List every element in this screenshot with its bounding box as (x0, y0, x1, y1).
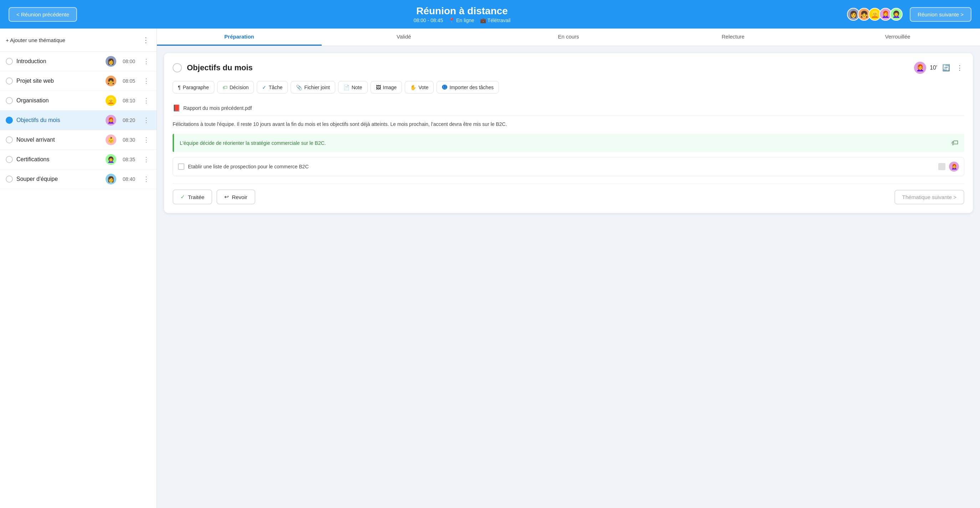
task-text: Etablir une liste de prospection pour le… (188, 164, 935, 169)
sidebar-avatar-objectifs: 👩‍🦰 (105, 115, 116, 126)
sidebar-dots-organisation[interactable]: ⋮ (142, 96, 151, 105)
action-note-button[interactable]: 📄 Note (338, 81, 368, 94)
add-theme-button[interactable]: + Ajouter une thématique (6, 37, 65, 43)
topic-menu-button[interactable]: ⋮ (955, 62, 964, 73)
action-vote-button[interactable]: ✋ Vote (405, 81, 434, 94)
decision-text: L'équipe décide de réorienter la stratég… (180, 140, 326, 146)
sidebar-dots-nouvel[interactable]: ⋮ (142, 135, 151, 145)
decision-item: L'équipe décide de réorienter la stratég… (173, 134, 964, 152)
content-area: Préparation Validé En cours Relecture Ve… (157, 29, 980, 508)
sidebar-item-label-introduction: Introduction (16, 58, 102, 65)
action-decision-button[interactable]: 🏷 Décision (217, 81, 254, 94)
sidebar-time-objectifs: 08:20 (123, 117, 135, 123)
footer-left-actions: ✓ Traitée ↩ Revoir (173, 190, 255, 204)
tab-valide[interactable]: Validé (322, 29, 487, 46)
prev-meeting-button[interactable]: < Réunion précédente (8, 7, 77, 22)
decision-icon: 🏷 (223, 84, 228, 90)
workmode-text: Télétravail (487, 18, 511, 23)
sidebar-item-label-nouvel: Nouvel arrivant (16, 137, 102, 143)
sidebar-item-certifications[interactable]: Certifications 👩‍🦱 08:35 ⋮ (0, 150, 157, 169)
sidebar-item-label-certifications: Certifications (16, 156, 102, 163)
sidebar-avatar-organisation: 👱 (105, 95, 116, 106)
sidebar-item-radio-nouvel (6, 136, 13, 143)
sidebar-dots-introduction[interactable]: ⋮ (142, 57, 151, 66)
sidebar-dots-projet[interactable]: ⋮ (142, 76, 151, 86)
tab-preparation[interactable]: Préparation (157, 29, 322, 46)
decision-arrow-icon: 🏷 (951, 139, 959, 147)
sidebar-menu-button[interactable]: ⋮ (141, 34, 151, 46)
action-image-button[interactable]: 🖼 Image (371, 81, 402, 94)
vote-icon: ✋ (410, 84, 416, 90)
sidebar-time-organisation: 08:10 (123, 98, 135, 104)
sidebar-item-radio-certifications (6, 156, 13, 163)
sidebar-avatar-nouvel: 👶 (105, 134, 116, 145)
traitee-button[interactable]: ✓ Traitée (173, 190, 212, 204)
sidebar-item-radio-organisation (6, 97, 13, 104)
header: < Réunion précédente Réunion à distance … (0, 0, 980, 29)
topic-footer: ✓ Traitée ↩ Revoir Thématique suivante > (173, 183, 964, 204)
tab-verrouillee[interactable]: Verrouillée (815, 29, 980, 46)
task-color-swatch (938, 163, 945, 170)
tache-icon: ✓ (262, 84, 266, 90)
sidebar-avatar-introduction: 👩 (105, 56, 116, 67)
sidebar-time-introduction: 08:00 (123, 59, 135, 64)
next-meeting-button[interactable]: Réunion suivante > (910, 7, 972, 22)
sidebar-item-label-projet: Projet site web (16, 78, 102, 84)
paragraph-content: Félicitations à toute l'équipe. Il reste… (173, 120, 964, 128)
sidebar-time-nouvel: 08:30 (123, 137, 135, 143)
sidebar-header: + Ajouter une thématique ⋮ (0, 29, 157, 52)
topic-owner-avatar: 👩‍🦰 (914, 62, 926, 74)
sidebar-item-label-souper: Souper d'équipe (16, 176, 102, 182)
revoir-button[interactable]: ↩ Revoir (216, 190, 255, 204)
action-buttons-bar: ¶ Paragraphe 🏷 Décision ✓ Tâche 📎 Fichie… (173, 81, 964, 94)
image-label: Image (383, 84, 397, 90)
sidebar-avatar-certifications: 👩‍🦱 (105, 154, 116, 165)
sidebar-item-souper[interactable]: Souper d'équipe 👩 08:40 ⋮ (0, 169, 157, 189)
sidebar-time-certifications: 08:35 (123, 157, 135, 162)
action-paragraphe-button[interactable]: ¶ Paragraphe (173, 81, 214, 94)
header-right: 👩 👧 👱 👩‍🦰 👩‍🦱 Réunion suivante > (847, 7, 972, 22)
pdf-attachment[interactable]: 📕 Rapport du mois précédent.pdf (173, 100, 964, 116)
traitee-icon: ✓ (180, 194, 185, 200)
tab-en-cours[interactable]: En cours (486, 29, 651, 46)
vote-label: Vote (418, 84, 428, 90)
tab-relecture[interactable]: Relecture (651, 29, 816, 46)
sidebar-item-radio-introduction (6, 58, 13, 65)
importer-label: Importer des tâches (449, 84, 493, 90)
main-layout: + Ajouter une thématique ⋮ Introduction … (0, 29, 980, 508)
sidebar-item-radio-projet (6, 77, 13, 84)
image-icon: 🖼 (376, 84, 381, 90)
action-fichier-button[interactable]: 📎 Fichier joint (291, 81, 335, 94)
meeting-workmode: 💼 Télétravail (480, 18, 511, 23)
fichier-label: Fichier joint (304, 84, 330, 90)
topic-checkbox[interactable] (173, 63, 182, 72)
task-checkbox[interactable] (178, 163, 185, 170)
sidebar-item-introduction[interactable]: Introduction 👩 08:00 ⋮ (0, 52, 157, 72)
meeting-location: 📍 En ligne (449, 18, 474, 23)
sidebar-item-radio-souper (6, 175, 13, 183)
topic-title: Objectifs du mois (187, 63, 253, 72)
tabs-bar: Préparation Validé En cours Relecture Ve… (157, 29, 980, 46)
action-importer-button[interactable]: ⓭ Importer des tâches (436, 81, 499, 94)
next-theme-button[interactable]: Thématique suivante > (894, 190, 964, 204)
time-text: 08:00 - 08:45 (414, 18, 443, 23)
sidebar-dots-certifications[interactable]: ⋮ (142, 155, 151, 164)
sidebar-item-organisation[interactable]: Organisation 👱 08:10 ⋮ (0, 91, 157, 111)
sidebar-item-nouvel-arrivant[interactable]: Nouvel arrivant 👶 08:30 ⋮ (0, 130, 157, 150)
work-icon: 💼 (480, 18, 486, 23)
pdf-icon: 📕 (173, 104, 180, 112)
task-item: Etablir une liste de prospection pour le… (173, 157, 964, 176)
traitee-label: Traitée (188, 194, 204, 200)
location-icon: 📍 (449, 18, 455, 23)
decision-label: Décision (230, 84, 249, 90)
action-tache-button[interactable]: ✓ Tâche (257, 81, 288, 94)
sidebar-item-label-objectifs: Objectifs du mois (16, 117, 102, 123)
meeting-time: 08:00 - 08:45 (414, 18, 443, 23)
sidebar-item-projet-site-web[interactable]: Projet site web 👧 08:05 ⋮ (0, 72, 157, 91)
sidebar-item-objectifs[interactable]: Objectifs du mois 👩‍🦰 08:20 ⋮ (0, 111, 157, 130)
note-label: Note (352, 84, 362, 90)
topic-refresh-button[interactable]: 🔄 (941, 62, 951, 73)
sidebar-dots-objectifs[interactable]: ⋮ (142, 116, 151, 125)
sidebar-dots-souper[interactable]: ⋮ (142, 174, 151, 184)
topic-title-row: Objectifs du mois (173, 63, 253, 72)
